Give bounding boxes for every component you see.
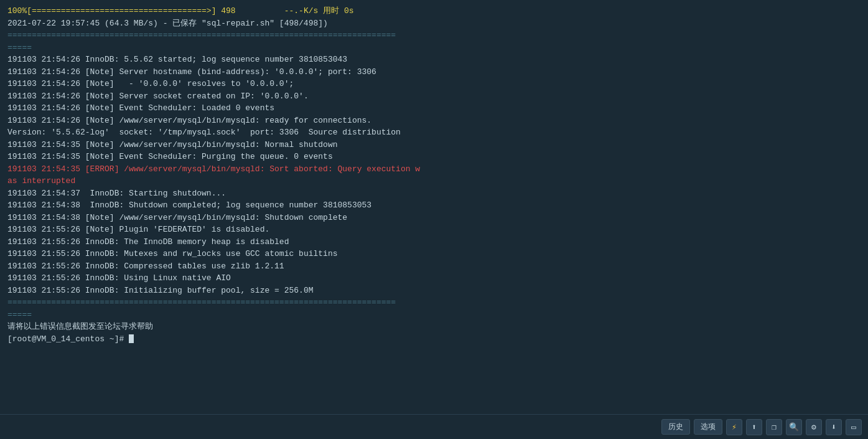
settings-icon[interactable]: ⚙	[806, 419, 822, 435]
terminal-line: ========================================…	[7, 29, 861, 42]
toolbar: 历史 选项 ⚡ ⬆ ❐ 🔍 ⚙ ⬇ ▭	[0, 414, 868, 439]
upload-icon[interactable]: ⬆	[746, 419, 762, 435]
terminal-line: 191103 21:54:26 [Note] /www/server/mysql…	[7, 115, 861, 127]
terminal-line: 191103 21:54:38 [Note] /www/server/mysql…	[7, 212, 861, 224]
download-icon[interactable]: ⬇	[826, 419, 842, 435]
terminal-line: 2021-07-22 19:57:45 (64.3 MB/s) - 已保存 "s…	[7, 17, 861, 30]
lightning-icon[interactable]: ⚡	[726, 419, 742, 435]
terminal-area[interactable]: 100%[===================================…	[0, 0, 868, 414]
terminal-line: 191103 21:55:26 InnoDB: The InnoDB memor…	[7, 236, 861, 248]
terminal-line: 191103 21:55:26 InnoDB: Compressed table…	[7, 260, 861, 273]
terminal-line: 191103 21:54:37 InnoDB: Starting shutdow…	[7, 187, 861, 200]
terminal-line: =====	[7, 42, 861, 54]
terminal-line: 191103 21:54:38 InnoDB: Shutdown complet…	[7, 199, 861, 212]
terminal-line: 191103 21:54:35 [ERROR] /www/server/mysq…	[7, 163, 861, 176]
terminal-line: 191103 21:54:35 [Note] Event Scheduler: …	[7, 151, 861, 163]
terminal-line: 191103 21:54:26 [Note] - '0.0.0.0' resol…	[7, 78, 861, 90]
terminal-line: 191103 21:54:26 [Note] Server socket cre…	[7, 90, 861, 103]
terminal-line: 191103 21:54:35 [Note] /www/server/mysql…	[7, 139, 861, 151]
terminal-line: 191103 21:54:26 [Note] Event Scheduler: …	[7, 102, 861, 115]
terminal-line: as interrupted	[7, 175, 861, 187]
terminal-line: [root@VM_0_14_centos ~]#	[7, 333, 861, 346]
terminal-line: 191103 21:54:26 InnoDB: 5.5.62 started; …	[7, 54, 861, 66]
terminal-line: 191103 21:55:26 InnoDB: Initializing buf…	[7, 285, 861, 297]
history-button[interactable]: 历史	[661, 419, 690, 435]
terminal-line: 191103 21:54:26 [Note] Server hostname (…	[7, 66, 861, 78]
terminal-line: ========================================…	[7, 296, 861, 309]
terminal-line: 191103 21:55:26 InnoDB: Using Linux nati…	[7, 272, 861, 285]
terminal-line: 191103 21:55:26 [Note] Plugin 'FEDERATED…	[7, 224, 861, 236]
terminal-line: 191103 21:55:26 InnoDB: Mutexes and rw_l…	[7, 248, 861, 260]
terminal-line: 100%[===================================…	[7, 5, 861, 17]
window-icon[interactable]: ▭	[846, 419, 862, 435]
terminal-line: Version: '5.5.62-log' socket: '/tmp/mysq…	[7, 126, 861, 139]
terminal-line: =====	[7, 309, 861, 321]
terminal-line: 请将以上错误信息截图发至论坛寻求帮助	[7, 321, 861, 333]
terminal-cursor	[129, 334, 134, 343]
options-button[interactable]: 选项	[694, 419, 722, 435]
search-icon[interactable]: 🔍	[786, 419, 802, 435]
copy-icon[interactable]: ❐	[766, 419, 782, 435]
